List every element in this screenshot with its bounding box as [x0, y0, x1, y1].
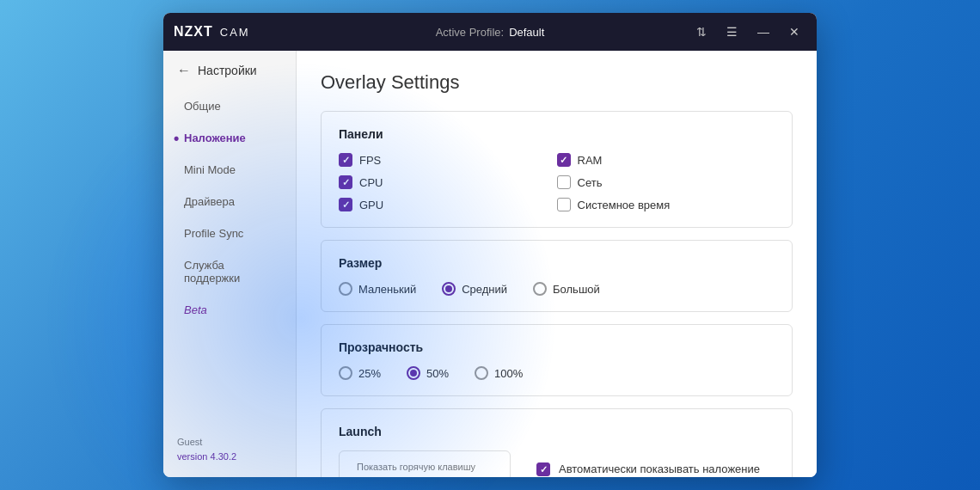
ram-checkbox[interactable] [557, 153, 571, 167]
sidebar-item-drivers[interactable]: Драйвера [163, 186, 296, 217]
close-button[interactable]: ✕ [782, 20, 806, 44]
size-radio-group: Маленький Средний Большой [339, 282, 775, 296]
sidebar-item-beta[interactable]: Beta [163, 294, 296, 326]
minimize-button[interactable]: — [751, 20, 775, 44]
sidebar: ← Настройки Общие Наложение Mini Mode Др… [163, 51, 297, 477]
active-profile-area: Active Profile: Default [436, 26, 545, 39]
fps-label: FPS [359, 154, 381, 167]
trans-50-radio[interactable] [407, 366, 420, 380]
gpu-checkbox-row: GPU [339, 198, 557, 211]
ram-checkbox-row: RAM [557, 153, 775, 167]
active-profile-label: Active Profile: [436, 26, 504, 39]
transparency-title: Прозрачность [339, 340, 775, 354]
systime-checkbox[interactable] [557, 198, 571, 211]
trans-50[interactable]: 50% [407, 366, 449, 380]
window-controls: ⇅ ☰ — ✕ [689, 20, 806, 44]
transparency-section: Прозрачность 25% 50% 100% [321, 324, 793, 396]
launch-title: Launch [339, 425, 775, 438]
panels-checkboxes: FPS RAM CPU Сеть [339, 153, 775, 211]
size-large-label: Большой [553, 283, 600, 296]
trans-25[interactable]: 25% [339, 366, 381, 380]
auto-launch-label: Автоматически показывать наложение при з… [559, 461, 775, 477]
panels-section: Панели FPS RAM CPU [321, 111, 793, 228]
active-profile-value: Default [509, 26, 544, 39]
logo-cam: CAM [220, 26, 250, 39]
trans-100-radio[interactable] [475, 366, 488, 380]
trans-50-label: 50% [426, 367, 449, 380]
auto-launch-checkbox[interactable] [536, 462, 550, 476]
trans-25-radio[interactable] [339, 366, 352, 380]
transparency-radio-group: 25% 50% 100% [339, 366, 775, 380]
size-title: Размер [339, 256, 775, 270]
version-link[interactable]: version 4.30.2 [177, 451, 236, 462]
logo: NZXT CAM [174, 24, 250, 40]
size-large[interactable]: Большой [533, 282, 600, 296]
size-medium-label: Средний [462, 283, 507, 296]
fps-checkbox[interactable] [339, 153, 352, 167]
page-title: Overlay Settings [321, 71, 793, 94]
logo-nzxt: NZXT [174, 24, 213, 40]
gpu-checkbox[interactable] [339, 198, 352, 211]
sidebar-bottom: Guest version 4.30.2 [163, 423, 296, 477]
app-body: ← Настройки Общие Наложение Mini Mode Др… [163, 51, 817, 477]
back-arrow-icon: ← [177, 63, 191, 78]
ram-label: RAM [578, 154, 603, 167]
gpu-label: GPU [359, 199, 383, 211]
panels-title: Панели [339, 127, 775, 141]
profile-switcher-button[interactable]: ⇅ [689, 20, 714, 44]
hotkey-box: Показать горячую клавишу CTRL + O [339, 450, 511, 477]
sidebar-item-overlay[interactable]: Наложение [163, 122, 296, 154]
trans-100[interactable]: 100% [475, 366, 523, 380]
sidebar-item-profilesync[interactable]: Profile Sync [163, 217, 296, 249]
sidebar-item-support[interactable]: Служба поддержки [163, 249, 296, 294]
systime-label: Системное время [578, 199, 671, 211]
back-label: Настройки [198, 64, 257, 77]
main-content: Overlay Settings Панели FPS RAM CPU [297, 51, 817, 477]
sidebar-nav: Общие Наложение Mini Mode Драйвера Profi… [163, 90, 296, 423]
menu-button[interactable]: ☰ [720, 20, 744, 44]
trans-100-label: 100% [494, 367, 523, 380]
sidebar-item-general[interactable]: Общие [163, 90, 296, 122]
cpu-label: CPU [359, 176, 383, 189]
network-label: Сеть [578, 176, 603, 189]
size-small-label: Маленький [358, 283, 416, 296]
size-section: Размер Маленький Средний Большой [321, 240, 793, 312]
systime-checkbox-row: Системное время [557, 198, 775, 211]
title-bar: NZXT CAM Active Profile: Default ⇅ ☰ — ✕ [163, 13, 817, 51]
network-checkbox[interactable] [557, 175, 571, 189]
size-small-radio[interactable] [339, 282, 352, 296]
trans-25-label: 25% [358, 367, 381, 380]
sidebar-item-minimode[interactable]: Mini Mode [163, 154, 296, 186]
launch-inner: Показать горячую клавишу CTRL + O Автома… [339, 450, 775, 477]
version-info: Guest version 4.30.2 [177, 435, 282, 465]
size-medium-radio[interactable] [442, 282, 456, 296]
username: Guest [177, 435, 282, 450]
size-medium[interactable]: Средний [442, 282, 507, 296]
hotkey-label: Показать горячую клавишу [357, 462, 493, 472]
size-large-radio[interactable] [533, 282, 547, 296]
auto-launch-row: Автоматически показывать наложение при з… [536, 450, 775, 477]
size-small[interactable]: Маленький [339, 282, 416, 296]
network-checkbox-row: Сеть [557, 175, 775, 189]
launch-section: Launch Показать горячую клавишу CTRL + O… [321, 408, 793, 477]
back-button[interactable]: ← Настройки [163, 51, 296, 90]
app-window: NZXT CAM Active Profile: Default ⇅ ☰ — ✕… [163, 13, 817, 477]
cpu-checkbox[interactable] [339, 175, 352, 189]
cpu-checkbox-row: CPU [339, 175, 557, 189]
fps-checkbox-row: FPS [339, 153, 557, 167]
